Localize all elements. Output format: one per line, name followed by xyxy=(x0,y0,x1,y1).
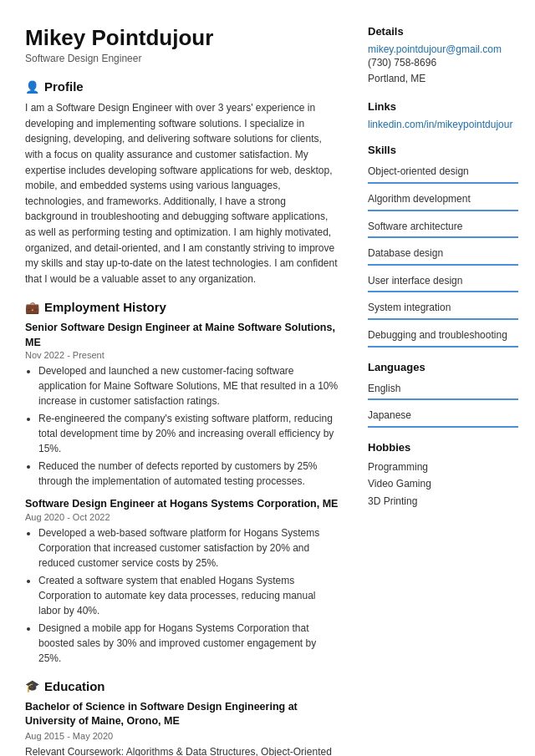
job-title-0: Senior Software Design Engineer at Maine… xyxy=(25,321,339,350)
bullet-1-1: Created a software system that enabled H… xyxy=(38,573,339,618)
details-email[interactable]: mikey.pointdujour@gmail.com xyxy=(368,43,502,55)
links-linkedin[interactable]: linkedin.com/in/mikeypointdujour xyxy=(368,119,512,130)
job-item-0: Senior Software Design Engineer at Maine… xyxy=(25,321,339,489)
bullet-0-1: Re-engineered the company's existing sof… xyxy=(38,411,339,456)
education-title: 🎓 Education xyxy=(25,679,339,693)
profile-text: I am a Software Design Engineer with ove… xyxy=(25,100,339,287)
bullet-1-2: Designed a mobile app for Hogans Systems… xyxy=(38,621,339,666)
details-title: Details xyxy=(368,25,518,38)
hobbies-section: Hobbies Programming Video Gaming 3D Prin… xyxy=(368,441,518,510)
employment-icon: 💼 xyxy=(25,301,39,314)
education-section: 🎓 Education Bachelor of Science in Softw… xyxy=(25,679,339,756)
lang-1: Japanese xyxy=(368,405,518,428)
details-phone: (730) 758-8696 xyxy=(368,57,436,68)
education-icon: 🎓 xyxy=(25,679,39,693)
bullet-0-0: Developed and launched a new customer-fa… xyxy=(38,363,339,408)
edu-item-title-0: Bachelor of Science in Software Design E… xyxy=(25,700,339,729)
skills-section: Skills Object-oriented design Algorithm … xyxy=(368,144,518,347)
details-location: Portland, ME xyxy=(368,73,425,84)
skill-3: Database design xyxy=(368,243,518,266)
header: Mikey Pointdujour Software Design Engine… xyxy=(25,25,339,64)
profile-title: 👤 Profile xyxy=(25,79,339,94)
hobbies-title: Hobbies xyxy=(368,441,518,454)
languages-section: Languages English Japanese xyxy=(368,361,518,428)
job-bullets-0: Developed and launched a new customer-fa… xyxy=(25,363,339,489)
employment-section: 💼 Employment History Senior Software Des… xyxy=(25,300,339,666)
links-title: Links xyxy=(368,100,518,113)
skill-5: System integration xyxy=(368,297,518,320)
skill-6: Debugging and troubleshooting xyxy=(368,325,518,348)
bullet-1-0: Developed a web-based software platform … xyxy=(38,525,339,571)
job-date-1: Aug 2020 - Oct 2022 xyxy=(25,512,339,522)
edu-item-text-0: Relevant Coursework: Algorithms & Data S… xyxy=(25,744,339,756)
candidate-subtitle: Software Design Engineer xyxy=(25,53,339,64)
skills-title: Skills xyxy=(368,144,518,156)
candidate-name: Mikey Pointdujour xyxy=(25,25,339,51)
job-item-1: Software Design Engineer at Hogans Syste… xyxy=(25,497,339,666)
details-section: Details mikey.pointdujour@gmail.com (730… xyxy=(368,25,518,87)
links-section: Links linkedin.com/in/mikeypointdujour xyxy=(368,100,518,130)
hobby-0: Programming xyxy=(368,459,518,475)
skill-4: User interface design xyxy=(368,271,518,293)
job-title-1: Software Design Engineer at Hogans Syste… xyxy=(25,497,339,512)
left-column: Mikey Pointdujour Software Design Engine… xyxy=(25,25,359,756)
skill-1: Algorithm development xyxy=(368,189,518,211)
bullet-0-2: Reduced the number of defects reported b… xyxy=(38,459,339,489)
employment-title: 💼 Employment History xyxy=(25,300,339,314)
edu-item-date-0: Aug 2015 - May 2020 xyxy=(25,731,339,741)
skill-0: Object-oriented design xyxy=(368,161,518,184)
hobby-2: 3D Printing xyxy=(368,493,518,510)
lang-0: English xyxy=(368,378,518,401)
languages-title: Languages xyxy=(368,361,518,373)
skill-2: Software architecture xyxy=(368,216,518,239)
page: Mikey Pointdujour Software Design Engine… xyxy=(0,0,535,756)
right-column: Details mikey.pointdujour@gmail.com (730… xyxy=(359,25,518,756)
profile-icon: 👤 xyxy=(25,80,39,94)
hobby-1: Video Gaming xyxy=(368,475,518,492)
job-bullets-1: Developed a web-based software platform … xyxy=(25,525,339,666)
profile-section: 👤 Profile I am a Software Design Enginee… xyxy=(25,79,339,287)
job-date-0: Nov 2022 - Present xyxy=(25,350,339,360)
